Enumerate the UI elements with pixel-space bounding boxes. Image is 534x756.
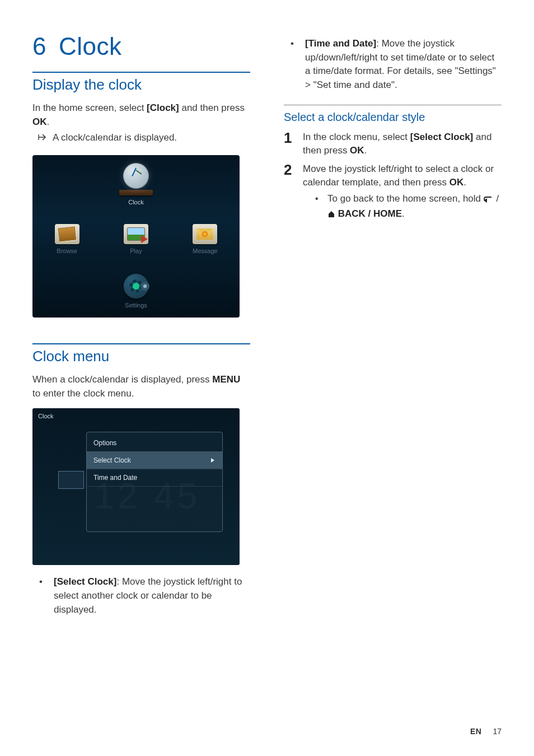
footer-lang: EN (470, 727, 481, 736)
para-clock-menu: When a clock/calendar is displayed, pres… (32, 373, 250, 400)
section-title-clock-menu: Clock menu (32, 348, 250, 365)
para-display-clock: In the home screen, select [Clock] and t… (32, 101, 250, 129)
screenshot-home: Clock Browse Play Message (32, 155, 240, 318)
footer-page: 17 (493, 727, 502, 736)
chapter-title: 6Clock (32, 34, 250, 59)
arrow-right-icon (38, 131, 47, 147)
back-arrow-icon (484, 193, 494, 207)
tile-browse: Browse (45, 224, 90, 254)
breadcrumb: Clock (38, 413, 54, 419)
tile-play: Play (114, 224, 158, 254)
result-line: A clock/calendar is displayed. (32, 131, 250, 147)
message-icon (193, 224, 217, 244)
clock-icon (123, 163, 149, 189)
result-text: A clock/calendar is displayed. (53, 131, 177, 145)
section-rule (32, 343, 250, 344)
tile-settings: Settings (114, 274, 158, 309)
tile-browse-label: Browse (57, 248, 77, 254)
tile-clock: Clock (114, 163, 158, 206)
step-2-sub: To go back to the home screen, hold / BA… (303, 192, 502, 222)
row-select-clock: Select Clock (87, 452, 222, 469)
subsection-rule (284, 105, 502, 105)
screenshot-clock-menu: Clock 12 45 Options Select Clock Time an… (32, 408, 240, 565)
browse-icon (55, 224, 79, 244)
clock-thumbnail (58, 471, 84, 489)
section-rule (32, 72, 250, 73)
tile-play-label: Play (130, 248, 142, 254)
step-1: In the clock menu, select [Select Clock]… (284, 130, 502, 158)
row-time-and-date: Time and Date (87, 469, 222, 487)
chevron-right-icon (210, 458, 216, 463)
page-footer: EN 17 (470, 727, 502, 736)
step-2: Move the joystick left/right to select a… (284, 162, 502, 222)
clock-base (119, 190, 153, 195)
subsection-title: Select a clock/calendar style (284, 111, 502, 124)
tile-settings-label: Settings (125, 302, 147, 309)
tile-message: Message (182, 224, 227, 254)
chapter-number: 6 (32, 32, 46, 60)
tile-clock-label: Clock (128, 199, 144, 206)
bullet-time-and-date: [Time and Date]: Move the joystick up/do… (284, 37, 502, 92)
chapter-name: Clock (59, 32, 122, 60)
svg-marker-0 (211, 458, 214, 463)
tile-message-label: Message (193, 248, 218, 254)
bullet-select-clock: [Select Clock]: Move the joystick left/r… (32, 575, 250, 617)
options-panel: Options Select Clock Time and Date (86, 432, 223, 532)
home-icon (327, 208, 335, 222)
play-icon (124, 224, 148, 244)
section-title-display-clock: Display the clock (32, 76, 250, 94)
options-header: Options (87, 438, 222, 452)
settings-icon (124, 274, 148, 298)
